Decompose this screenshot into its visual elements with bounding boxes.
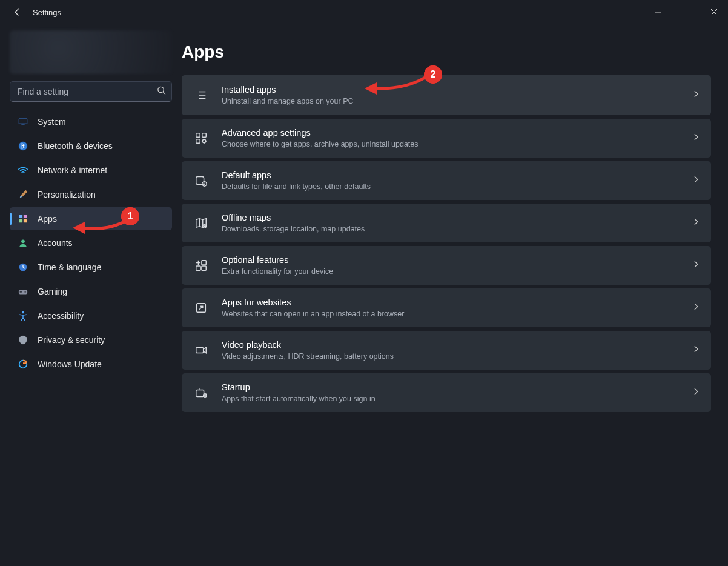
open-external-icon (193, 299, 210, 316)
settings-cards: Installed apps Uninstall and manage apps… (182, 75, 711, 412)
svg-rect-18 (196, 139, 200, 143)
clock-icon (17, 261, 29, 273)
svg-point-10 (21, 239, 25, 243)
window-controls (644, 2, 728, 22)
sidebar-item-accessibility[interactable]: Accessibility (10, 304, 172, 327)
video-icon (193, 342, 210, 359)
sidebar-item-label: System (38, 117, 66, 127)
default-apps-icon (193, 172, 210, 189)
card-subtitle: Downloads, storage location, map updates (222, 225, 692, 233)
card-title: Startup (222, 382, 692, 393)
card-title: Default apps (222, 170, 692, 181)
sidebar-item-gaming[interactable]: Gaming (10, 280, 172, 303)
person-icon (17, 237, 29, 249)
card-default-apps[interactable]: Default apps Defaults for file and link … (182, 161, 711, 200)
maximize-button[interactable] (672, 2, 700, 22)
chevron-right-icon (692, 260, 700, 271)
sidebar: System Bluetooth & devices Network & int… (0, 24, 182, 566)
svg-marker-31 (365, 82, 377, 95)
svg-rect-25 (202, 266, 206, 270)
sidebar-item-system[interactable]: System (10, 110, 172, 133)
svg-rect-17 (202, 133, 206, 137)
sidebar-item-label: Accessibility (38, 311, 84, 321)
card-apps-for-websites[interactable]: Apps for websites Websites that can open… (182, 288, 711, 327)
back-button[interactable] (11, 6, 23, 18)
sidebar-item-time[interactable]: Time & language (10, 256, 172, 279)
window-title: Settings (33, 8, 61, 17)
svg-rect-23 (202, 261, 206, 265)
chevron-right-icon (692, 387, 700, 398)
card-title: Optional features (222, 255, 692, 265)
sidebar-item-label: Privacy & security (38, 335, 105, 345)
search-icon (157, 86, 166, 98)
svg-rect-28 (196, 390, 204, 396)
card-subtitle: Extra functionality for your device (222, 267, 692, 276)
minimize-button[interactable] (644, 2, 672, 22)
sidebar-item-label: Network & internet (38, 165, 107, 175)
sidebar-item-privacy[interactable]: Privacy & security (10, 328, 172, 351)
accessibility-icon (17, 310, 29, 322)
sidebar-item-network[interactable]: Network & internet (10, 159, 172, 182)
card-title: Apps for websites (222, 298, 692, 308)
user-profile-area[interactable] (10, 30, 172, 74)
svg-point-14 (22, 311, 24, 314)
sidebar-item-label: Apps (38, 214, 57, 224)
monitor-icon (17, 116, 29, 128)
grid-gear-icon (193, 130, 210, 147)
annotation-arrow-2 (363, 76, 430, 97)
card-startup[interactable]: Startup Apps that start automatically wh… (182, 373, 711, 412)
update-icon (17, 358, 29, 370)
annotation-marker-2: 2 (424, 65, 442, 84)
content-area: Apps Installed apps Uninstall and manage… (182, 24, 728, 566)
card-subtitle: Defaults for file and link types, other … (222, 182, 692, 191)
svg-point-1 (158, 87, 164, 92)
sidebar-item-label: Gaming (38, 287, 67, 296)
sidebar-item-label: Accounts (38, 238, 73, 248)
svg-rect-3 (19, 119, 27, 124)
sidebar-item-label: Personalization (38, 190, 96, 199)
apps-icon (17, 213, 29, 225)
paintbrush-icon (17, 188, 29, 201)
page-title: Apps (182, 42, 711, 62)
card-subtitle: Uninstall and manage apps on your PC (222, 97, 692, 105)
svg-rect-9 (24, 219, 27, 222)
chevron-right-icon (692, 90, 700, 101)
gamepad-icon (17, 285, 29, 298)
svg-rect-7 (24, 215, 27, 218)
svg-rect-0 (684, 10, 689, 15)
svg-rect-24 (196, 266, 200, 270)
card-title: Video playback (222, 340, 692, 350)
card-offline-maps[interactable]: Offline maps Downloads, storage location… (182, 204, 711, 242)
titlebar: Settings (0, 0, 728, 24)
grid-plus-icon (193, 257, 210, 274)
card-installed-apps[interactable]: Installed apps Uninstall and manage apps… (182, 75, 711, 115)
svg-rect-16 (196, 133, 200, 137)
svg-point-13 (25, 291, 26, 293)
annotation-marker-1: 1 (121, 207, 139, 225)
card-subtitle: Choose where to get apps, archive apps, … (222, 140, 692, 148)
chevron-right-icon (692, 345, 700, 356)
card-video-playback[interactable]: Video playback Video adjustments, HDR st… (182, 331, 711, 370)
sidebar-item-label: Time & language (38, 262, 101, 272)
svg-rect-4 (21, 125, 24, 125)
wifi-icon (17, 164, 29, 176)
sidebar-item-personalization[interactable]: Personalization (10, 183, 172, 206)
card-subtitle: Apps that start automatically when you s… (222, 395, 692, 403)
svg-rect-27 (196, 347, 204, 353)
svg-rect-8 (19, 219, 22, 222)
close-button[interactable] (700, 2, 728, 22)
card-title: Installed apps (222, 85, 692, 95)
chevron-right-icon (692, 133, 700, 144)
card-advanced-app-settings[interactable]: Advanced app settings Choose where to ge… (182, 119, 711, 158)
card-title: Offline maps (222, 213, 692, 223)
card-subtitle: Websites that can open in an app instead… (222, 310, 692, 318)
sidebar-item-update[interactable]: Windows Update (10, 353, 172, 376)
nav-list: System Bluetooth & devices Network & int… (5, 110, 177, 376)
card-optional-features[interactable]: Optional features Extra functionality fo… (182, 246, 711, 285)
svg-point-19 (202, 139, 206, 143)
card-title: Advanced app settings (222, 128, 692, 138)
sidebar-item-bluetooth[interactable]: Bluetooth & devices (10, 135, 172, 158)
search-input[interactable] (10, 81, 172, 102)
card-subtitle: Video adjustments, HDR streaming, batter… (222, 352, 692, 361)
startup-icon (193, 384, 210, 401)
